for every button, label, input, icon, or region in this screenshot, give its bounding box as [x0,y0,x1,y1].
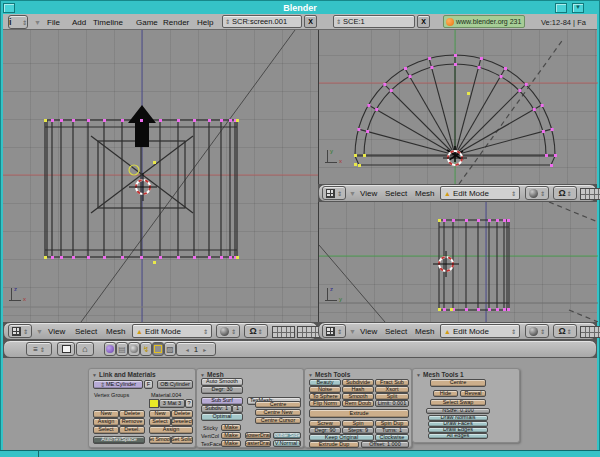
set-smooth-button[interactable]: Set Smooth [149,436,171,444]
mode-selector[interactable]: ▲Edit Mode⇕ [440,324,520,338]
collapse-chevron-icon[interactable]: ▼ [36,328,43,335]
script-context-button[interactable]: ▤ [116,342,128,356]
nsize-spinner[interactable]: NSize: 0.100 [426,408,490,414]
menu-help[interactable]: Help [197,18,213,27]
collapse-chevron-icon[interactable]: ▼ [349,190,356,197]
panel-title[interactable]: Mesh [207,371,224,378]
viewport-front-canvas[interactable] [3,30,318,322]
turns-spinner[interactable]: Turns: 1 [375,427,409,434]
viewport-type-button[interactable]: ⇕ [322,186,346,200]
optimal-toggle[interactable]: Optimal [201,413,243,421]
frame-stepper[interactable]: ◂1▸ [176,342,216,356]
shading-context-button[interactable] [128,342,140,356]
menu-file[interactable]: File [47,18,60,27]
screen-delete-button[interactable]: X [304,15,317,28]
draw-type-button[interactable]: ⇕ [525,186,549,200]
rem-doubles-button[interactable]: Rem Doub [342,400,374,407]
subdivide-button[interactable]: Subdivide [342,379,374,386]
shrink-panel-button[interactable] [57,342,75,356]
logic-context-button[interactable] [104,342,116,356]
auto-smooth-toggle[interactable]: Auto Smooth [201,378,243,386]
texface-make-button[interactable]: Make [221,440,241,447]
viewport-type-button[interactable]: ⇕ [322,324,346,338]
material-count-spinner[interactable]: 3 Mat 3 [159,399,185,408]
to-sphere-button[interactable]: To Sphere [309,393,341,400]
all-edges-toggle[interactable]: All edges [428,433,488,439]
clockwise-toggle[interactable]: Clockwise [375,434,409,441]
steps-spinner[interactable]: Steps: 9 [342,427,374,434]
hash-button[interactable]: Hash [342,386,374,393]
vertcol-make-button[interactable]: Make [221,432,241,439]
offset-spinner[interactable]: Offset: 1.000 [361,441,409,448]
fract-sub-button[interactable]: Fract Sub [375,379,409,386]
layer-buttons-group1[interactable] [272,326,295,338]
menu-mesh[interactable]: Mesh [415,327,435,336]
draw-type-button[interactable]: ⇕ [216,324,240,338]
slower-draw-button[interactable]: SlowerDraw [245,432,271,439]
maximize-button[interactable] [555,3,567,13]
no-vnormal-flip-toggle[interactable]: No V.Normal Flip [273,440,301,447]
keep-original-toggle[interactable]: Keep Original [309,434,374,441]
menu-render[interactable]: Render [163,18,189,27]
mesh-datablock-field[interactable]: ⇕ME:Cylinder [93,380,143,389]
object-name-field[interactable]: OB:Cylinder [157,380,193,389]
menu-select[interactable]: Select [75,327,97,336]
vgroup-deselect-button[interactable]: Desel. [119,426,145,434]
window-type-button[interactable]: i⇕ [8,15,28,29]
double-sided-toggle[interactable]: Double Sided [273,432,301,439]
editing-context-button[interactable] [152,342,164,356]
centre-button[interactable]: Centre [430,379,486,387]
noise-button[interactable]: Noise [309,386,341,393]
panel-collapse-icon[interactable]: ▼ [416,372,421,378]
vgroup-assign-button[interactable]: Assign [93,418,119,426]
layer-buttons-group2[interactable] [297,326,320,338]
faster-draw-button[interactable]: FasterDraw [245,440,271,447]
hide-button[interactable]: Hide [433,390,458,397]
limit-spinner[interactable]: Limit: 0.001 [375,400,409,407]
subdiv-spinner[interactable]: Subdiv: 1 [201,405,232,413]
object-context-button[interactable]: ↯ [140,342,152,356]
panel-title[interactable]: Link and Materials [99,371,156,378]
centre-button[interactable]: Centre [255,401,301,408]
select-swap-button[interactable]: Select Swap [430,399,486,406]
material-delete-button[interactable]: Delete [171,410,193,418]
window-type-button[interactable]: ≡⇕ [26,342,52,356]
panel-collapse-icon[interactable]: ▼ [308,372,313,378]
autotexspace-toggle[interactable]: AutoTexSpace [93,436,145,444]
menu-select[interactable]: Select [385,327,407,336]
menu-view[interactable]: View [48,327,65,336]
viewport-front[interactable]: z x [3,30,318,322]
draw-type-button[interactable]: ⇕ [525,324,549,338]
material-deselect-button[interactable]: Deselect [171,418,193,426]
menu-mesh[interactable]: Mesh [415,189,435,198]
xsort-button[interactable]: Xsort [375,386,409,393]
centre-new-button[interactable]: Centre New [255,409,301,416]
vgroup-remove-button[interactable]: Remove [119,418,145,426]
scene-delete-button[interactable]: X [417,15,430,28]
smooth-button[interactable]: Smooth [342,393,374,400]
material-help-button[interactable]: ? [185,399,193,408]
set-solid-button[interactable]: Set Solid [171,436,193,444]
viewport-top[interactable]: y x [318,30,597,184]
vgroup-delete-button[interactable]: Delete [119,410,145,418]
pivot-button[interactable]: Ω⇕ [553,324,577,338]
render-subdiv-spinner[interactable]: 1 [232,405,243,413]
centre-cursor-button[interactable]: Centre Cursor [255,417,301,424]
menu-mesh[interactable]: Mesh [106,327,126,336]
menu-add[interactable]: Add [72,18,86,27]
viewport-side[interactable]: z y [318,202,597,322]
degr-spinner[interactable]: Degr: 30 [201,386,243,394]
reveal-button[interactable]: Reveal [460,390,486,397]
material-select-button[interactable]: Select [149,418,171,426]
collapse-chevron-icon[interactable]: ▼ [349,328,356,335]
screw-button[interactable]: Screw [309,420,341,427]
vgroup-select-button[interactable]: Select [93,426,119,434]
screen-selector[interactable]: ⇕SCR:screen.001 [222,15,302,28]
spin-button[interactable]: Spin [342,420,374,427]
menu-view[interactable]: View [360,327,377,336]
scene-context-button[interactable]: ▨ [164,342,176,356]
layer-buttons[interactable] [580,326,600,338]
layer-buttons[interactable] [580,188,600,200]
spin-dup-button[interactable]: Spin Dup [375,420,409,427]
collapse-chevron-icon[interactable]: ▼ [34,19,41,26]
